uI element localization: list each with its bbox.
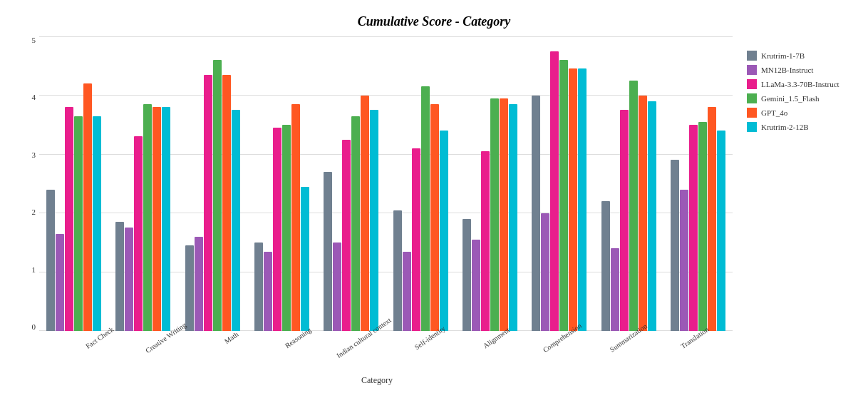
bar bbox=[500, 98, 508, 331]
bar bbox=[532, 96, 540, 331]
bar bbox=[629, 81, 638, 331]
x-label-container: Self-identity bbox=[395, 331, 461, 374]
bar bbox=[472, 240, 480, 331]
x-label-container: Reasoning bbox=[262, 331, 329, 374]
legend: Krutrim-1-7BMN12B-InstructLLaMa-3.3-70B-… bbox=[740, 44, 854, 386]
legend-label: LLaMa-3.3-70B-Instruct bbox=[761, 80, 839, 88]
chart-area: 012345 Fact CheckCreative WritingMathRea… bbox=[14, 36, 740, 386]
x-label-container: Alignment bbox=[461, 331, 527, 374]
bar bbox=[620, 110, 629, 331]
bar bbox=[680, 190, 688, 331]
legend-label: Krutrim-2-12B bbox=[761, 123, 809, 131]
bar bbox=[393, 210, 402, 331]
bar bbox=[65, 107, 73, 331]
legend-color-box bbox=[747, 122, 757, 132]
bar bbox=[185, 245, 194, 331]
legend-color-box bbox=[747, 108, 757, 118]
bar bbox=[74, 116, 83, 331]
bar bbox=[351, 116, 360, 331]
bar bbox=[481, 151, 490, 331]
chart-title: Cumulative Score - Category bbox=[358, 14, 511, 29]
category-group bbox=[594, 36, 663, 331]
bar bbox=[569, 68, 577, 331]
bar bbox=[213, 60, 222, 331]
legend-item: Gemini_1.5_Flash bbox=[747, 93, 847, 103]
bar bbox=[46, 190, 55, 331]
category-group bbox=[247, 36, 316, 331]
bar bbox=[301, 187, 309, 331]
bar bbox=[463, 219, 471, 331]
bar bbox=[143, 104, 152, 331]
bar bbox=[195, 237, 203, 331]
bar bbox=[509, 104, 517, 331]
legend-color-box bbox=[747, 93, 757, 103]
category-group bbox=[386, 36, 455, 331]
x-label-container: Fact Check bbox=[64, 331, 130, 374]
x-axis-title: Category bbox=[14, 375, 740, 386]
legend-item: Krutrim-1-7B bbox=[747, 51, 847, 61]
x-label-container: Comprehension bbox=[527, 331, 594, 374]
category-group bbox=[108, 36, 177, 331]
bar bbox=[333, 243, 341, 331]
legend-label: Gemini_1.5_Flash bbox=[761, 94, 820, 103]
bar bbox=[490, 98, 499, 331]
bar bbox=[708, 107, 716, 331]
plot-area: 012345 Fact CheckCreative WritingMathRea… bbox=[39, 36, 733, 374]
x-axis-label: Math bbox=[223, 330, 240, 345]
bar bbox=[601, 201, 610, 331]
bars-row bbox=[39, 36, 733, 331]
bar bbox=[115, 222, 124, 331]
legend-label: MN12B-Instruct bbox=[761, 66, 813, 74]
bar bbox=[342, 140, 351, 331]
legend-color-box bbox=[747, 51, 757, 61]
bar bbox=[698, 122, 707, 331]
bar bbox=[273, 128, 281, 331]
bar bbox=[162, 107, 170, 331]
bar bbox=[421, 86, 430, 331]
legend-color-box bbox=[747, 79, 757, 89]
legend-item: MN12B-Instruct bbox=[747, 65, 847, 75]
bar bbox=[671, 160, 679, 331]
category-group bbox=[455, 36, 525, 331]
bar bbox=[689, 125, 698, 331]
bar bbox=[440, 131, 448, 331]
x-label-container: Translation bbox=[659, 331, 725, 374]
bar bbox=[648, 101, 656, 331]
bar bbox=[324, 172, 332, 331]
bar bbox=[370, 110, 378, 331]
bar bbox=[559, 60, 568, 331]
bar bbox=[254, 243, 263, 331]
bar bbox=[232, 110, 240, 331]
category-group bbox=[178, 36, 247, 331]
legend-item: Krutrim-2-12B bbox=[747, 122, 847, 132]
bar bbox=[412, 148, 420, 331]
bar bbox=[93, 116, 101, 331]
bar bbox=[204, 75, 212, 331]
bar bbox=[361, 96, 369, 331]
bar bbox=[264, 252, 272, 332]
bar bbox=[541, 213, 549, 331]
bar bbox=[550, 51, 559, 331]
category-group bbox=[39, 36, 108, 331]
category-group bbox=[316, 36, 386, 331]
chart-body: 012345 Fact CheckCreative WritingMathRea… bbox=[14, 36, 854, 386]
bar bbox=[430, 104, 439, 331]
bar bbox=[717, 131, 725, 331]
bar bbox=[282, 125, 291, 331]
bar bbox=[639, 96, 647, 331]
x-label-container: Summarization bbox=[593, 331, 659, 374]
x-label-container: Math bbox=[197, 331, 263, 374]
x-label-container: Indian cultural context bbox=[329, 331, 395, 374]
legend-item: LLaMa-3.3-70B-Instruct bbox=[747, 79, 847, 89]
legend-color-box bbox=[747, 65, 757, 75]
bar bbox=[56, 234, 64, 331]
chart-container: Cumulative Score - Category 012345 Fact … bbox=[0, 0, 868, 393]
legend-label: GPT_4o bbox=[761, 108, 787, 117]
legend-item: GPT_4o bbox=[747, 108, 847, 118]
bar bbox=[291, 104, 300, 331]
bar bbox=[83, 83, 92, 331]
x-label-container: Creative Writing bbox=[130, 331, 197, 374]
grid-and-bars: 012345 bbox=[39, 36, 733, 331]
legend-label: Krutrim-1-7B bbox=[761, 51, 805, 60]
bar bbox=[153, 107, 161, 331]
